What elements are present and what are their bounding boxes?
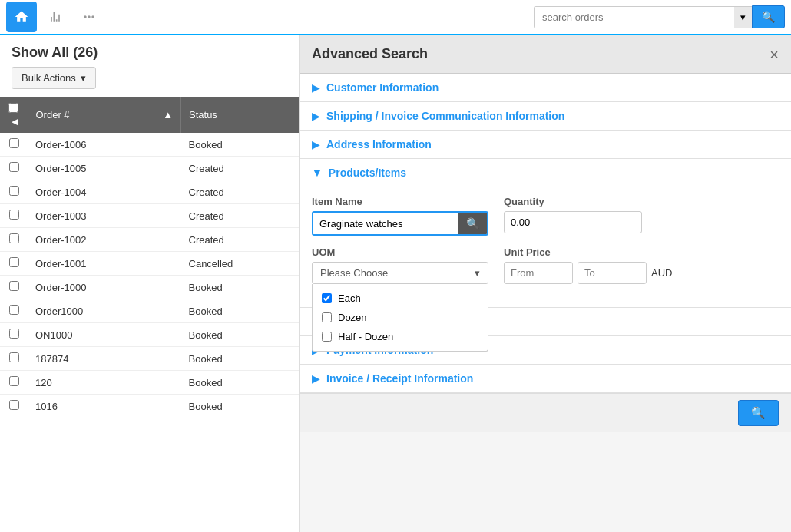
chevron-right-icon: ▶ (312, 110, 320, 122)
search-bar-container: ▾ 🔍 (534, 5, 785, 28)
table-row: ON1000 Booked (0, 323, 299, 347)
row-checkbox-cell (0, 252, 28, 276)
uom-option[interactable]: Dozen (313, 308, 488, 327)
search-input-wrap (534, 6, 734, 28)
from-price-input[interactable] (504, 262, 573, 284)
quantity-input[interactable] (504, 211, 642, 233)
select-all-checkbox[interactable] (8, 103, 18, 113)
adv-search-header: Advanced Search × (300, 35, 791, 74)
row-checkbox[interactable] (9, 210, 19, 220)
show-all-header: Show All (26) (0, 35, 299, 67)
row-checkbox[interactable] (9, 281, 19, 291)
status-cell: Booked (181, 133, 299, 157)
invoice-section-label: Invoice / Receipt Information (326, 372, 473, 385)
row-checkbox-cell (0, 133, 28, 157)
close-btn[interactable]: × (769, 47, 779, 62)
main-layout: Show All (26) Bulk Actions ▾ ◀ Order # ▲… (0, 35, 791, 532)
chart-nav-btn[interactable] (40, 2, 71, 32)
row-checkbox-cell (0, 276, 28, 299)
products-header[interactable]: ▼ Products/Items (300, 159, 791, 187)
uom-checkbox[interactable] (322, 293, 332, 303)
table-row: Order-1004 Created (0, 180, 299, 204)
uom-price-row: UOM Please Choose ▾ Each Dozen Half - Do… (312, 246, 779, 284)
item-quantity-row: Item Name 🔍 Quantity (312, 196, 779, 236)
order-number-cell: Order-1006 (28, 133, 181, 157)
order-number-cell: ON1000 (28, 323, 181, 347)
row-checkbox[interactable] (9, 257, 19, 267)
uom-dropdown: Each Dozen Half - Dozen (312, 284, 488, 352)
status-cell: Created (181, 180, 299, 204)
row-checkbox-cell (0, 347, 28, 371)
row-checkbox[interactable] (9, 186, 19, 196)
uom-option[interactable]: Half - Dozen (313, 327, 488, 346)
shipping-section-row[interactable]: ▶ Shipping / Invoice Communication Infor… (300, 102, 791, 131)
search-dropdown-btn[interactable]: ▾ (734, 6, 752, 28)
shipping-section-label: Shipping / Invoice Communication Informa… (326, 110, 564, 122)
bulk-actions-btn[interactable]: Bulk Actions ▾ (12, 67, 96, 89)
order-number-cell: 187874 (28, 347, 181, 371)
order-number-cell: Order-1000 (28, 276, 181, 299)
row-checkbox[interactable] (9, 305, 19, 315)
order-number-cell: Order-1003 (28, 204, 181, 228)
order-number-cell: Order-1002 (28, 228, 181, 252)
item-name-group: Item Name 🔍 (312, 196, 488, 236)
uom-option[interactable]: Each (313, 289, 488, 308)
more-nav-btn[interactable] (74, 2, 104, 32)
chevron-down-icon: ▾ (740, 12, 746, 23)
table-row: Order-1001 Cancelled (0, 252, 299, 276)
invoice-section-row[interactable]: ▶ Invoice / Receipt Information (300, 365, 791, 393)
products-section: ▼ Products/Items Item Name 🔍 (300, 159, 791, 308)
row-checkbox[interactable] (9, 233, 19, 243)
chevron-down-icon: ▾ (81, 72, 86, 84)
table-row: Order-1002 Created (0, 228, 299, 252)
status-cell: Created (181, 204, 299, 228)
row-checkbox-cell (0, 299, 28, 323)
uom-checkbox[interactable] (322, 332, 332, 342)
to-price-input[interactable] (578, 262, 647, 284)
order-col-header: Order # ▲ (28, 97, 181, 133)
adv-search-panel: Advanced Search × ▶ Customer Information… (300, 35, 791, 532)
row-checkbox[interactable] (9, 352, 19, 362)
row-checkbox-cell (0, 371, 28, 395)
customer-section-label: Customer Information (326, 81, 439, 94)
status-cell: Booked (181, 323, 299, 347)
chevron-down-icon: ▼ (312, 167, 323, 179)
uom-select-wrap: Please Choose ▾ Each Dozen Half - Dozen (312, 262, 488, 284)
left-panel: Show All (26) Bulk Actions ▾ ◀ Order # ▲… (0, 35, 300, 532)
chevron-right-icon: ▶ (312, 81, 320, 94)
row-checkbox[interactable] (9, 400, 19, 410)
row-checkbox-cell (0, 204, 28, 228)
adv-search-title: Advanced Search (312, 46, 428, 62)
unit-price-group: Unit Price AUD (504, 246, 672, 284)
row-checkbox[interactable] (9, 138, 19, 148)
order-number-cell: Order-1005 (28, 157, 181, 180)
status-cell: Booked (181, 371, 299, 395)
uom-placeholder: Please Choose (320, 267, 388, 279)
row-checkbox[interactable] (9, 329, 19, 339)
uom-option-label: Half - Dozen (338, 331, 393, 342)
item-search-btn[interactable]: 🔍 (458, 213, 487, 234)
item-name-label: Item Name (312, 196, 488, 207)
table-row: 187874 Booked (0, 347, 299, 371)
item-name-input[interactable] (313, 213, 458, 234)
search-icon: 🔍 (762, 11, 775, 23)
search-go-btn[interactable]: 🔍 (752, 5, 785, 28)
quantity-group: Quantity (504, 196, 642, 233)
row-checkbox[interactable] (9, 376, 19, 386)
table-row: 120 Booked (0, 371, 299, 395)
order-number-cell: Order-1001 (28, 252, 181, 276)
home-nav-btn[interactable] (6, 2, 37, 32)
table-row: Order1000 Booked (0, 299, 299, 323)
footer-search-btn[interactable]: 🔍 (738, 400, 779, 426)
status-cell: Booked (181, 299, 299, 323)
address-section-row[interactable]: ▶ Address Information (300, 131, 791, 159)
uom-select-display[interactable]: Please Choose ▾ (312, 262, 488, 284)
row-checkbox-cell (0, 395, 28, 418)
chevron-right-icon: ▶ (312, 372, 320, 385)
table-row: Order-1005 Created (0, 157, 299, 180)
uom-checkbox[interactable] (322, 312, 332, 322)
row-checkbox[interactable] (9, 162, 19, 172)
search-input[interactable] (535, 7, 734, 28)
table-row: Order-1006 Booked (0, 133, 299, 157)
customer-section-row[interactable]: ▶ Customer Information (300, 74, 791, 102)
